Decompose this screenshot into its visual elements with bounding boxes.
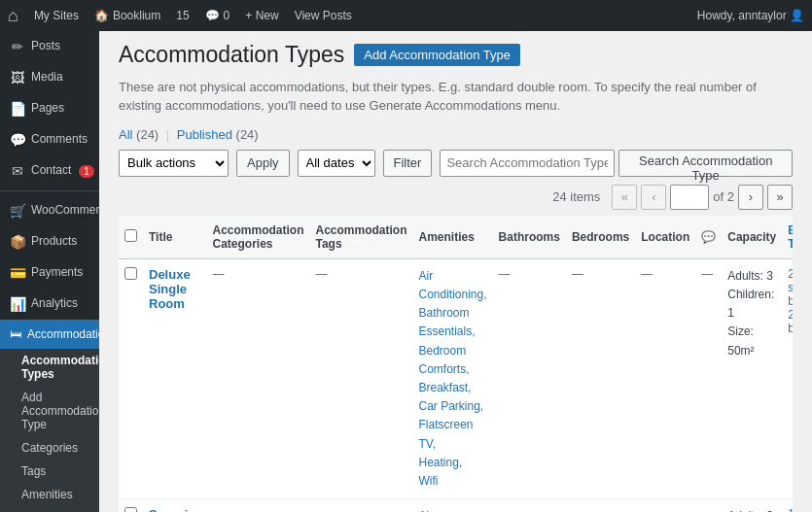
row1-title: Deluxe Single Room [143, 258, 206, 498]
first-page-button[interactable]: « [612, 185, 637, 210]
sidebar-item-woocommerce[interactable]: 🛒 WooCommerce [0, 195, 99, 226]
sidebar-item-categories[interactable]: Categories [0, 436, 99, 460]
row2-capacity-info: Adults: 2 Children: 0 Size: 45m² [727, 507, 776, 512]
sidebar-item-amenities[interactable]: Amenities [0, 483, 99, 506]
sidebar-item-seasons[interactable]: Seasons [0, 506, 99, 512]
pages-icon: 📄 [10, 101, 25, 117]
table-row: Superior Double Room — — Air Conditionin… [119, 499, 793, 512]
adminbar-site-name[interactable]: 🏠 Booklium [94, 9, 160, 22]
row2-bed-type-link[interactable]: 1 twin bed [788, 507, 793, 512]
row1-title-link[interactable]: Deluxe Single Room [149, 267, 191, 311]
row2-bedrooms: — [566, 499, 635, 512]
media-icon: 🖼 [10, 70, 25, 85]
row2-accomm-tags: — [309, 499, 412, 512]
row2-title: Superior Double Room [143, 499, 206, 512]
prev-page-button[interactable]: ‹ [641, 185, 666, 210]
row1-amenity-1[interactable]: Air Conditioning, [419, 267, 487, 304]
sidebar-item-contact[interactable]: ✉ Contact 1 [0, 155, 99, 187]
table-row: Deluxe Single Room — — Air Conditioning, [119, 258, 793, 498]
next-page-button[interactable]: › [738, 185, 763, 210]
adminbar-comments[interactable]: 💬 0 [205, 9, 230, 22]
row1-checkbox-cell [119, 258, 143, 498]
header-bed-type: Bed Type [782, 216, 793, 259]
adminbar-new[interactable]: + New [245, 9, 278, 22]
row2-amenities-list: Air Conditioning, Bathroom Essentials, B… [419, 507, 487, 512]
accommodation-types-table: Title Accommodation Categories Accommoda… [119, 216, 793, 512]
date-filter-select[interactable]: All dates [298, 150, 375, 177]
row2-capacity: Adults: 2 Children: 0 Size: 45m² [722, 499, 782, 512]
adminbar-user[interactable]: Howdy, anntaylor [697, 9, 787, 22]
row1-accomm-cat: — [206, 258, 309, 498]
adminbar-wp-logo[interactable]: ⌂ [8, 6, 18, 26]
payments-icon: 💳 [10, 265, 25, 281]
header-bathrooms: Bathrooms [493, 216, 566, 259]
header-accomm-cat: Accommodation Categories [206, 216, 309, 259]
row2-amenity-1[interactable]: Air Conditioning, [419, 507, 487, 512]
row1-amenities: Air Conditioning, Bathroom Essentials, B… [413, 258, 493, 498]
sidebar-item-add-accommodation-type[interactable]: Add Accommodation Type [0, 386, 99, 436]
row1-location: — [635, 258, 695, 498]
row1-amenity-4[interactable]: Breakfast, [419, 379, 487, 397]
sidebar-item-tags[interactable]: Tags [0, 460, 99, 483]
table-wrapper: Title Accommodation Categories Accommoda… [119, 216, 793, 512]
sidebar-item-payments[interactable]: 💳 Payments [0, 257, 99, 289]
chat-column-icon: 💬 [701, 230, 716, 244]
adminbar-view-posts[interactable]: View Posts [295, 9, 352, 22]
row1-amenity-6[interactable]: Flatscreen TV, [419, 416, 487, 453]
row1-bathrooms: — [493, 258, 566, 498]
row1-bedrooms: — [566, 258, 635, 498]
last-page-button[interactable]: » [767, 185, 793, 210]
search-button[interactable]: Search Accommodation Type [618, 150, 793, 177]
page-of: of 2 [713, 189, 734, 204]
row1-bed-type: 2 single beds, 2 twin beds [782, 258, 793, 498]
sidebar-item-media[interactable]: 🖼 Media [0, 62, 99, 93]
row1-amenity-3[interactable]: Bedroom Comforts, [419, 342, 487, 379]
header-accomm-tags: Accommodation Tags [309, 216, 412, 259]
page-description: These are not physical accommodations, b… [119, 78, 793, 116]
contact-badge: 1 [79, 165, 94, 178]
view-published-link[interactable]: Published (24) [177, 127, 259, 142]
row1-amenities-list: Air Conditioning, Bathroom Essentials, B… [419, 267, 487, 491]
bed-type-sort-link[interactable]: Bed Type [788, 223, 793, 251]
select-all-checkbox[interactable] [124, 229, 137, 242]
sidebar-item-accommodation-types[interactable]: Accommodation Types [0, 349, 99, 386]
bulk-actions-select[interactable]: Bulk actions Edit Move to Trash [119, 150, 229, 177]
header-chat: 💬 [695, 216, 722, 259]
sidebar-item-posts[interactable]: ✏ Posts [0, 31, 99, 62]
header-bedrooms: Bedrooms [566, 216, 635, 259]
row2-accomm-cat: — [206, 499, 309, 512]
row2-checkbox[interactable] [124, 507, 137, 512]
row2-location: — [635, 499, 695, 512]
current-page-input[interactable]: 1 [670, 185, 709, 210]
header-location: Location [635, 216, 695, 259]
adminbar-updates[interactable]: 15 [176, 9, 189, 22]
row1-capacity: Adults: 3 Children: 1 Size: 50m² [722, 258, 782, 498]
sidebar: ✏ Posts 🖼 Media 📄 Pages 💬 Comments ✉ Con… [0, 31, 99, 512]
row1-amenity-5[interactable]: Car Parking, [419, 397, 487, 416]
row2-title-link[interactable]: Superior Double Room [149, 507, 200, 512]
row1-amenity-7[interactable]: Heating, [419, 454, 487, 472]
add-accommodation-type-button[interactable]: Add Accommodation Type [354, 44, 520, 66]
row1-amenity-2[interactable]: Bathroom Essentials, [419, 304, 487, 341]
posts-icon: ✏ [10, 39, 25, 54]
row1-amenity-8[interactable]: Wifi [419, 472, 487, 491]
search-input[interactable] [440, 150, 615, 177]
header-checkbox [119, 216, 143, 259]
main-content: Accommodation Types Add Accommodation Ty… [99, 31, 812, 512]
sidebar-item-pages[interactable]: 📄 Pages [0, 93, 99, 124]
view-all-link[interactable]: All (24) [119, 127, 162, 142]
sidebar-item-analytics[interactable]: 📊 Analytics [0, 289, 99, 320]
row1-bed-type-link[interactable]: 2 single beds, 2 twin beds [788, 267, 793, 335]
row1-checkbox[interactable] [124, 267, 137, 280]
filter-button[interactable]: Filter [383, 150, 433, 177]
sidebar-item-accommodation[interactable]: 🛏 Accommodation [0, 320, 99, 349]
row1-capacity-info: Adults: 3 Children: 1 Size: 50m² [727, 267, 776, 360]
adminbar-my-sites[interactable]: My Sites [34, 9, 79, 22]
contact-icon: ✉ [10, 163, 25, 179]
sidebar-item-products[interactable]: 📦 Products [0, 226, 99, 257]
row1-chat: — [695, 258, 722, 498]
row2-amenities: Air Conditioning, Bathroom Essentials, B… [413, 499, 493, 512]
admin-bar: ⌂ My Sites 🏠 Booklium 15 💬 0 + New View … [0, 0, 812, 31]
apply-button[interactable]: Apply [236, 150, 290, 177]
sidebar-item-comments[interactable]: 💬 Comments [0, 124, 99, 155]
